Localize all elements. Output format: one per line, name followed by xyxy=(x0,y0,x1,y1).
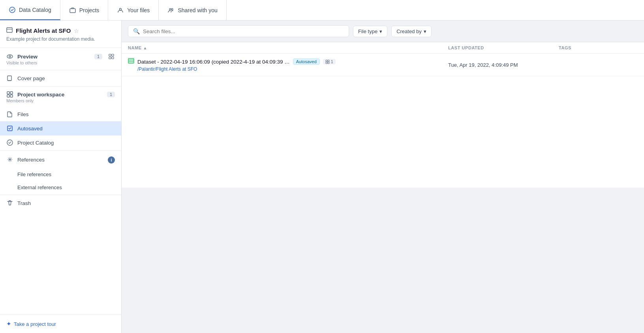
references-label: References xyxy=(17,157,45,163)
data-catalog-icon xyxy=(9,6,16,13)
file-cell: Dataset - 2022-04-19 16:06:09 (copied 20… xyxy=(128,58,448,72)
tab-projects[interactable]: Projects xyxy=(60,0,109,20)
name-col-label: NAME xyxy=(128,45,142,50)
sidebar-item-trash[interactable]: Trash xyxy=(0,196,121,210)
svg-rect-22 xyxy=(326,62,327,64)
project-icon xyxy=(6,27,13,34)
content-area: 🔍 File type ▾ Created by ▾ NAME ▲ LAST U… xyxy=(122,21,644,333)
info-icon[interactable]: i xyxy=(108,156,115,164)
svg-point-4 xyxy=(171,8,173,10)
star-icon[interactable]: ☆ xyxy=(74,28,79,34)
file-name: Dataset - 2022-04-19 16:06:09 (copied 20… xyxy=(137,59,290,65)
preview-sublabel: Visible to others xyxy=(0,60,121,69)
created-by-filter[interactable]: Created by ▾ xyxy=(391,26,432,37)
tab-your-files-label: Your files xyxy=(127,7,150,13)
column-last-updated: LAST UPDATED xyxy=(448,45,559,50)
projects-icon xyxy=(69,7,76,14)
tour-icon: ✦ xyxy=(6,320,11,327)
svg-rect-9 xyxy=(112,54,114,56)
project-title: Flight Alerts at SFO xyxy=(16,27,71,34)
sidebar: Flight Alerts at SFO ☆ Example project f… xyxy=(0,21,122,333)
sidebar-item-references[interactable]: ✳ References i xyxy=(0,152,121,168)
file-type-chevron: ▾ xyxy=(379,28,382,34)
sidebar-item-files[interactable]: Files xyxy=(0,107,121,121)
trash-label: Trash xyxy=(17,200,31,206)
created-by-chevron: ▾ xyxy=(424,28,426,34)
sort-asc-icon: ▲ xyxy=(143,46,147,50)
workspace-icon xyxy=(6,91,13,98)
svg-point-18 xyxy=(7,140,13,145)
svg-rect-8 xyxy=(109,54,111,56)
search-input[interactable] xyxy=(143,28,344,34)
svg-rect-14 xyxy=(7,95,9,97)
svg-rect-21 xyxy=(328,60,329,62)
main-layout: Flight Alerts at SFO ☆ Example project f… xyxy=(0,21,644,333)
sidebar-bottom: ✦ Take a project tour xyxy=(0,314,121,333)
file-name-row: Dataset - 2022-04-19 16:06:09 (copied 20… xyxy=(128,58,448,66)
file-type-label: File type xyxy=(358,28,377,34)
sidebar-item-project-workspace[interactable]: Project workspace 1 xyxy=(0,87,121,98)
sidebar-item-file-references[interactable]: File references xyxy=(0,168,121,181)
autosaved-icon xyxy=(6,125,13,132)
shared-icon xyxy=(167,7,175,14)
take-tour-link[interactable]: ✦ Take a project tour xyxy=(6,320,115,327)
svg-point-7 xyxy=(9,56,11,57)
search-icon: 🔍 xyxy=(133,28,140,34)
preview-count: 1 xyxy=(94,54,102,59)
column-name: NAME ▲ xyxy=(128,45,448,50)
svg-point-3 xyxy=(169,8,171,10)
last-updated-cell: Tue, Apr 19, 2022, 4:09:49 PM xyxy=(448,62,559,68)
files-label: Files xyxy=(17,111,29,117)
tab-shared-with-you-label: Shared with you xyxy=(178,7,217,13)
file-row-count: 1 xyxy=(331,59,333,64)
file-count-badge: 1 xyxy=(323,59,336,64)
project-workspace-label: Project workspace xyxy=(17,92,64,98)
svg-rect-19 xyxy=(128,58,134,63)
external-references-label: External references xyxy=(17,184,62,190)
project-header: Flight Alerts at SFO ☆ Example project f… xyxy=(0,21,121,48)
svg-rect-5 xyxy=(7,28,12,32)
catalog-check-icon xyxy=(6,139,13,146)
file-type-filter[interactable]: File type ▾ xyxy=(353,26,387,37)
workspace-count: 1 xyxy=(107,92,115,97)
autosaved-badge: Autosaved xyxy=(293,58,320,65)
search-box[interactable]: 🔍 xyxy=(128,25,349,37)
svg-rect-12 xyxy=(7,92,9,94)
tab-data-catalog[interactable]: Data Catalog xyxy=(0,0,60,20)
svg-rect-20 xyxy=(326,60,327,62)
trash-icon xyxy=(6,200,13,206)
svg-rect-13 xyxy=(10,92,13,94)
file-path: /Palantir/Flight Alerts at SFO xyxy=(128,66,448,72)
svg-point-6 xyxy=(7,55,13,58)
content-toolbar: 🔍 File type ▾ Created by ▾ xyxy=(122,21,644,42)
svg-rect-16 xyxy=(8,126,12,131)
cover-page-label: Cover page xyxy=(17,75,45,81)
tab-your-files[interactable]: Your files xyxy=(108,0,159,20)
book-icon xyxy=(6,75,13,81)
grid-icon xyxy=(108,54,115,59)
svg-rect-11 xyxy=(112,57,114,59)
project-catalog-label: Project Catalog xyxy=(17,140,54,146)
column-tags: TAGS xyxy=(559,45,638,50)
files-icon xyxy=(6,111,13,117)
file-table: NAME ▲ LAST UPDATED TAGS Dataset - 2022-… xyxy=(122,42,644,188)
sidebar-item-cover-page[interactable]: Cover page xyxy=(0,71,121,85)
svg-rect-23 xyxy=(328,62,329,64)
empty-area xyxy=(122,188,644,333)
sidebar-item-project-catalog[interactable]: Project Catalog xyxy=(0,135,121,150)
sidebar-item-autosaved[interactable]: Autosaved xyxy=(0,121,121,135)
dataset-icon xyxy=(128,58,134,66)
svg-rect-1 xyxy=(70,9,75,13)
svg-rect-10 xyxy=(109,57,111,59)
tab-data-catalog-label: Data Catalog xyxy=(19,7,51,13)
sidebar-item-preview[interactable]: Preview 1 xyxy=(0,48,121,60)
top-navigation: Data Catalog Projects Your files Shared … xyxy=(0,0,644,21)
tour-label: Take a project tour xyxy=(14,321,56,327)
created-by-label: Created by xyxy=(396,28,422,34)
sidebar-item-external-references[interactable]: External references xyxy=(0,181,121,194)
table-row[interactable]: Dataset - 2022-04-19 16:06:09 (copied 20… xyxy=(122,54,644,76)
asterisk-icon: ✳ xyxy=(6,156,13,164)
tab-shared-with-you[interactable]: Shared with you xyxy=(159,0,226,20)
project-description: Example project for documentation media. xyxy=(6,36,115,42)
eye-icon xyxy=(6,53,13,60)
